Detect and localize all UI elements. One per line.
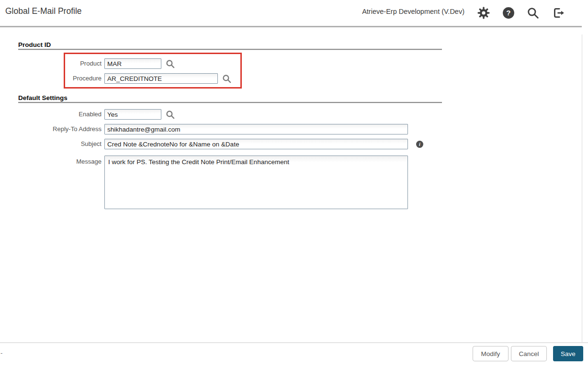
message-label: Message [10, 156, 102, 167]
product-label: Product [10, 58, 102, 69]
subject-input[interactable] [104, 139, 408, 149]
cancel-button[interactable]: Cancel [511, 346, 547, 361]
modify-button[interactable]: Modify [473, 346, 509, 361]
section-title-product-id: Product ID [18, 41, 51, 48]
subject-label: Subject [10, 139, 102, 149]
section-rule [18, 49, 442, 50]
procedure-input[interactable] [104, 73, 218, 84]
environment-label: Atrieve-Erp Development (V.Dev) [362, 8, 464, 15]
page-title: Global E-Mail Profile [5, 6, 82, 16]
svg-text:?: ? [506, 9, 510, 17]
product-input[interactable] [104, 58, 161, 69]
enabled-label: Enabled [10, 109, 102, 120]
enabled-lookup-icon[interactable] [166, 110, 175, 119]
header-bar: Global E-Mail Profile Atrieve-Erp Develo… [0, 0, 588, 26]
help-icon[interactable]: ? [502, 7, 515, 19]
message-textarea[interactable]: I work for PS. Testing the Credit Note P… [104, 156, 408, 209]
subject-info-icon[interactable]: i [416, 141, 423, 148]
product-lookup-icon[interactable] [166, 59, 175, 68]
reply-to-label: Reply-To Address [10, 124, 102, 134]
logout-icon[interactable] [552, 7, 565, 19]
procedure-lookup-icon[interactable] [222, 74, 231, 83]
section-rule [18, 102, 442, 103]
section-title-default-settings: Default Settings [18, 94, 68, 101]
header-divider [0, 26, 582, 28]
footer-dash: - [0, 349, 2, 357]
scroll-track-border [582, 34, 582, 342]
procedure-label: Procedure [10, 73, 102, 84]
footer-divider [0, 342, 588, 343]
search-icon[interactable] [527, 7, 539, 19]
settings-gear-icon[interactable] [477, 7, 490, 19]
enabled-input[interactable] [104, 109, 161, 120]
reply-to-input[interactable] [104, 124, 408, 134]
save-button[interactable]: Save [553, 346, 583, 361]
